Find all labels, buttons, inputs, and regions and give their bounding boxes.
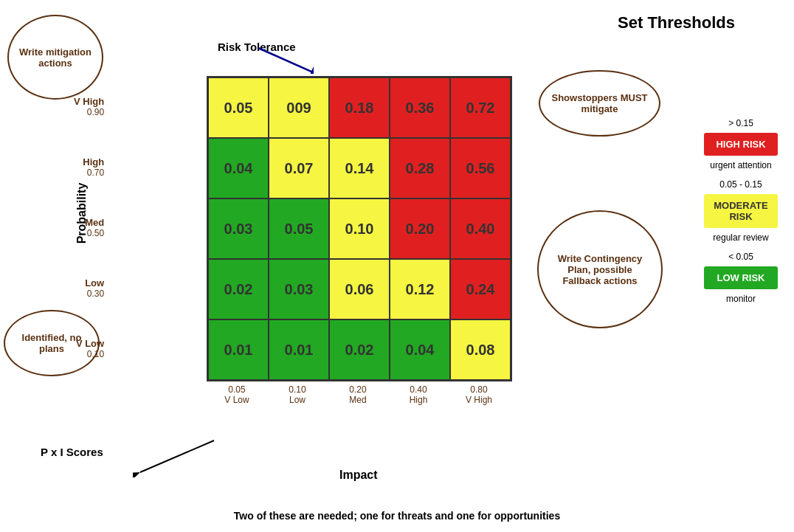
col-label-1: 0.10Low	[267, 381, 328, 405]
impact-label: Impact	[339, 469, 378, 482]
cell-r0-c0: 0.05	[208, 77, 269, 138]
moderate-risk-sub: regular review	[713, 232, 768, 243]
risk-matrix: 0.050090.180.360.720.040.070.140.280.560…	[207, 76, 512, 381]
col-label-2: 0.20Med	[328, 381, 388, 405]
low-risk-box: LOW RISK	[704, 266, 778, 289]
high-risk-sub: urgent attention	[710, 160, 771, 170]
row-labels: V High 0.90 High 0.70 Med 0.50 Low 0.30 …	[74, 76, 108, 379]
cell-r1-c4: 0.56	[450, 138, 511, 198]
cell-r0-c4: 0.72	[450, 77, 511, 138]
cell-r0-c3: 0.36	[390, 77, 450, 138]
cloud-showstoppers: Showstoppers MUST mitigate	[539, 70, 660, 137]
row-label-vhigh: V High 0.90	[74, 76, 108, 137]
pxi-arrow	[133, 437, 221, 477]
high-risk-box: HIGH RISK	[704, 133, 778, 156]
pxi-label: P x I Scores	[41, 446, 103, 458]
moderate-range-label: 0.05 - 0.15	[719, 179, 762, 190]
cell-r3-c0: 0.02	[208, 259, 269, 319]
row-label-high: High 0.70	[74, 137, 108, 197]
risk-tolerance-arrow	[255, 44, 314, 74]
col-label-4: 0.80V High	[449, 381, 509, 405]
col-labels: 0.05V Low0.10Low0.20Med0.40High0.80V Hig…	[207, 381, 512, 405]
page-container: Set Thresholds Risk Tolerance Write miti…	[0, 0, 794, 532]
cell-r4-c0: 0.01	[208, 319, 269, 380]
svg-line-3	[140, 441, 214, 472]
thresholds-panel: > 0.15 HIGH RISK urgent attention 0.05 -…	[697, 118, 785, 310]
cell-r2-c0: 0.03	[208, 198, 269, 259]
cell-r2-c1: 0.05	[269, 198, 329, 259]
cell-r2-c2: 0.10	[329, 198, 390, 259]
cell-r0-c2: 0.18	[329, 77, 390, 138]
cell-r1-c2: 0.14	[329, 138, 390, 198]
cell-r4-c1: 0.01	[269, 319, 329, 380]
cell-r1-c1: 0.07	[269, 138, 329, 198]
cell-r2-c3: 0.20	[390, 198, 450, 259]
low-risk-sub: monitor	[726, 294, 756, 304]
cell-r3-c2: 0.06	[329, 259, 390, 319]
moderate-risk-box: MODERATE RISK	[704, 194, 778, 228]
row-label-med: Med 0.50	[74, 197, 108, 258]
cloud-contingency: Write Contingency Plan, possible Fallbac…	[537, 210, 663, 328]
cell-r3-c3: 0.12	[390, 259, 450, 319]
cell-r1-c0: 0.04	[208, 138, 269, 198]
cell-r4-c4: 0.08	[450, 319, 511, 380]
cell-r4-c2: 0.02	[329, 319, 390, 380]
cell-r2-c4: 0.40	[450, 198, 511, 259]
row-label-low: Low 0.30	[74, 258, 108, 318]
cell-r3-c1: 0.03	[269, 259, 329, 319]
bottom-note: Two of these are needed; one for threats…	[89, 510, 705, 522]
svg-line-1	[258, 48, 314, 74]
col-label-0: 0.05V Low	[207, 381, 267, 405]
col-label-3: 0.40High	[388, 381, 449, 405]
cell-r0-c1: 009	[269, 77, 329, 138]
cell-r3-c4: 0.24	[450, 259, 511, 319]
set-thresholds-title: Set Thresholds	[618, 13, 735, 32]
row-label-vlow: V Low 0.10	[74, 318, 108, 379]
cell-r1-c3: 0.28	[390, 138, 450, 198]
low-threshold-label: < 0.05	[728, 252, 753, 262]
high-threshold-label: > 0.15	[728, 118, 753, 128]
cell-r4-c3: 0.04	[390, 319, 450, 380]
